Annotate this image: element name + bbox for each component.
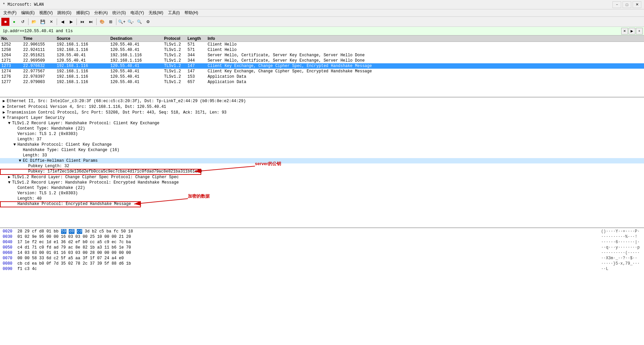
packet-len: 344 (187, 53, 208, 58)
back-button[interactable]: ◀ (58, 18, 66, 26)
detail-line[interactable]: Length: 33 (0, 153, 644, 158)
detail-text: Handshake Protocol: Encrypted Handshake … (17, 202, 131, 206)
close-button[interactable]: ✕ (633, 1, 641, 8)
menu-view[interactable]: 视图(V) (37, 9, 55, 16)
detail-line[interactable]: Version: TLS 1.2 (0x0303) (0, 191, 644, 196)
hex-row: 0090 f1 c3 4c ··L (0, 266, 644, 272)
detail-line[interactable]: ▶Transmission Control Protocol, Src Port… (0, 110, 644, 115)
detail-line[interactable]: ▼TLSv1.2 Record Layer: Handshake Protoco… (0, 121, 644, 126)
packet-row[interactable]: 1274 22.977567 192.168.1.116 120.55.40.4… (0, 69, 644, 74)
packet-no: 1258 (1, 48, 23, 52)
detail-line[interactable]: Pubkey: 171ef2ec1de136d2efb0cca5c9ec7cba… (0, 169, 644, 174)
hex-dump[interactable]: 0020 28 29 cf d8 01 bb 59 d8 cd 3d b2 c5… (0, 228, 644, 345)
detail-text: Length: 40 (17, 196, 42, 201)
packet-info: Client Key Exchange, Change Cipher Spec,… (208, 64, 643, 68)
packet-row[interactable]: 1264 22.951621 120.55.40.41 192.168.1.11… (0, 53, 644, 58)
detail-line[interactable]: ▶Ethernet II, Src: IntelCor_c3:20:3f (68… (0, 98, 644, 104)
expand-arrow: ▶ (3, 98, 7, 104)
color-button[interactable]: 🎨 (98, 18, 106, 26)
packet-src: 192.168.1.116 (57, 80, 110, 84)
detail-text: Content Type: Handshake (22) (17, 126, 85, 131)
detail-line[interactable]: ▼TLSv1.2 Record Layer: Handshake Protoco… (0, 180, 644, 185)
scroll-to-begin[interactable]: ⏮ (78, 18, 86, 26)
detail-line[interactable]: Handshake Type: Client Key Exchange (16) (0, 147, 644, 153)
restart-button[interactable]: ↺ (19, 18, 27, 26)
packet-len: 147 (187, 69, 208, 74)
packet-row[interactable]: 1271 22.969509 120.55.40.41 192.168.1.11… (0, 58, 644, 63)
menu-phone[interactable]: 电话(Y) (128, 9, 146, 16)
filter-clear-button[interactable]: ✕ (621, 28, 628, 34)
packet-info: Client Hello (208, 48, 643, 52)
packet-info: Client Hello (208, 42, 643, 47)
packet-dst: 120.55.40.41 (110, 42, 164, 47)
packet-no: 1271 (1, 58, 23, 63)
zoom-in-button[interactable]: 🔍+ (118, 18, 126, 26)
detail-text: Version: TLS 1.2 (0x0303) (17, 132, 78, 136)
packet-len: 153 (187, 74, 208, 79)
minimize-button[interactable]: － (612, 1, 621, 8)
menu-capture[interactable]: 捕获(C) (74, 9, 92, 16)
detail-lines: ▶Ethernet II, Src: IntelCor_c3:20:3f (68… (0, 98, 644, 207)
menu-stats[interactable]: 统计(S) (110, 9, 128, 16)
menu-help[interactable]: 帮助(H) (182, 9, 200, 16)
detail-text: Handshake Type: Client Key Exchange (16) (23, 148, 119, 152)
filter-bookmark-button[interactable]: + (636, 28, 643, 34)
packet-row[interactable]: 1273 22.976632 192.168.1.116 120.55.40.4… (0, 63, 644, 69)
detail-line[interactable]: ▶Internet Protocol Version 4, Src: 192.1… (0, 104, 644, 110)
packet-rows: 1252 22.906155 192.168.1.116 120.55.40.4… (0, 42, 644, 85)
open-button[interactable]: 📂 (30, 18, 38, 26)
packet-row[interactable]: 1258 22.924111 192.168.1.116 120.55.40.4… (0, 47, 644, 53)
packet-list[interactable]: No. Time Source Destination Protocol Len… (0, 36, 644, 97)
hex-ascii: ··L (601, 267, 641, 271)
detail-line[interactable]: Version: TLS 1.2 (0x0303) (0, 131, 644, 137)
header-time: Time (23, 36, 57, 41)
filter-input[interactable]: ip.addr==120.55.40.41 and tls (1, 28, 621, 34)
detail-line[interactable]: ▼EC Diffie-Hellman Client Params (0, 158, 644, 163)
detail-line[interactable]: Handshake Protocol: Encrypted Handshake … (0, 201, 644, 207)
detail-line[interactable]: ▶TLSv1.2 Record Layer: Change Cipher Spe… (0, 174, 644, 180)
zoom-out-button[interactable]: 🔍- (126, 18, 135, 26)
hex-bytes: 01 02 9e 95 00 00 16 03 03 00 25 10 00 0… (17, 234, 600, 239)
packet-len: 571 (187, 42, 208, 47)
detail-line[interactable]: Length: 37 (0, 137, 644, 142)
hex-offset: 0050 (3, 245, 16, 250)
prefs-button[interactable]: ⚙ (144, 18, 152, 26)
title-bar: * Microsoft: WLAN － □ ✕ (0, 0, 644, 9)
separator-2 (57, 18, 57, 25)
detail-line[interactable]: Content Type: Handshake (22) (0, 185, 644, 191)
forward-button[interactable]: ▶ (67, 18, 75, 26)
save-button[interactable]: 💾 (39, 18, 47, 26)
close-file-button[interactable]: ✕ (47, 18, 55, 26)
hex-rows: 0020 28 29 cf d8 01 bb 59 d8 cd 3d b2 c5… (0, 229, 644, 272)
zoom-reset-button[interactable]: 🔍 (135, 18, 143, 26)
menu-edit[interactable]: 编辑(E) (19, 9, 37, 16)
packet-row[interactable]: 1252 22.906155 192.168.1.116 120.55.40.4… (0, 42, 644, 47)
resize-button[interactable]: ⊞ (107, 18, 115, 26)
menu-file[interactable]: 文件(F) (1, 9, 18, 16)
menu-bar: 文件(F) 编辑(E) 视图(V) 跳转(G) 捕获(C) 分析(A) 统计(S… (0, 9, 644, 17)
stop-capture-button[interactable]: ■ (1, 18, 9, 26)
packet-row[interactable]: 1276 22.978397 192.168.1.116 120.55.40.4… (0, 74, 644, 79)
detail-line[interactable]: Pubkey Length: 32 (0, 163, 644, 169)
menu-tools[interactable]: 工具(I) (166, 9, 182, 16)
menu-jump[interactable]: 跳转(G) (55, 9, 73, 16)
detail-line[interactable]: ▼Transport Layer Security (0, 115, 644, 121)
packet-dst: 192.168.1.116 (110, 58, 164, 63)
expand-arrow: ▼ (13, 142, 17, 147)
packet-info: Server Hello, Certificate, Server Key Ex… (208, 58, 643, 63)
packet-row[interactable]: 1277 22.979003 192.168.1.116 120.55.40.4… (0, 79, 644, 85)
menu-wireless[interactable]: 无线(W) (147, 9, 165, 16)
packet-details[interactable]: ▶Ethernet II, Src: IntelCor_c3:20:3f (68… (0, 97, 644, 228)
detail-line[interactable]: ▼Handshake Protocol: Client Key Exchange (0, 142, 644, 147)
start-capture-button[interactable]: ● (10, 18, 18, 26)
hex-ascii: ··········(····· (601, 251, 641, 255)
detail-line[interactable]: Length: 40 (0, 196, 644, 201)
menu-analyze[interactable]: 分析(A) (92, 9, 110, 16)
maximize-button[interactable]: □ (623, 1, 631, 8)
detail-line[interactable]: Content Type: Handshake (22) (0, 126, 644, 131)
packet-time: 22.976632 (23, 64, 57, 68)
filter-apply-button[interactable]: ▶ (629, 28, 635, 34)
scroll-to-end[interactable]: ⏭ (87, 18, 95, 26)
detail-text: EC Diffie-Hellman Client Params (23, 158, 98, 163)
detail-text: Ethernet II, Src: IntelCor_c3:20:3f (68:… (7, 99, 246, 104)
